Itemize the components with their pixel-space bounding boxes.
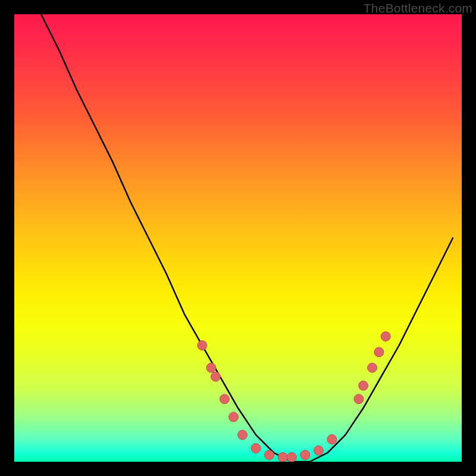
data-marker <box>381 331 390 341</box>
data-marker <box>265 450 274 460</box>
watermark-text: TheBottleneck.com <box>364 1 472 15</box>
data-marker <box>354 394 364 404</box>
data-marker <box>251 443 261 453</box>
data-marker <box>359 381 368 390</box>
data-marker <box>211 372 220 381</box>
data-marker <box>278 453 287 462</box>
data-marker <box>374 347 384 357</box>
plot-area <box>14 14 462 462</box>
data-marker <box>368 363 377 372</box>
data-marker <box>287 453 296 462</box>
data-marker <box>238 430 248 440</box>
data-marker <box>220 394 229 404</box>
data-marker <box>314 446 323 455</box>
data-marker <box>327 434 337 444</box>
data-marker <box>300 450 310 460</box>
data-marker <box>229 412 239 422</box>
chart-frame: TheBottleneck.com <box>0 0 476 476</box>
curve-line <box>41 14 453 462</box>
data-marker <box>206 363 216 372</box>
bottleneck-chart <box>14 14 462 462</box>
data-marker <box>198 341 207 350</box>
